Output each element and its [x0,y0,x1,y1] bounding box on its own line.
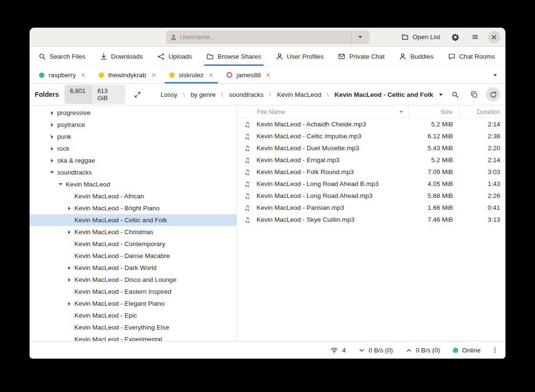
share-icon [157,53,165,60]
expander-icon[interactable] [65,298,73,309]
breadcrumb-item[interactable]: Lossy [161,91,177,98]
tab-overflow-button[interactable] [489,66,502,83]
breadcrumb-item[interactable]: soundtracks [229,91,264,98]
expander-icon[interactable] [65,262,73,274]
close-tab-icon[interactable] [81,73,85,77]
folder-name: Kevin MacLeod - African [74,193,144,200]
folder-name: Kevin MacLeod - Contemporary [74,240,165,248]
tab-buddies[interactable]: Buddies [397,47,436,66]
user-tab-james88[interactable]: james88 [220,66,277,83]
file-duration: 2:14 [459,156,505,164]
expander-icon[interactable] [65,226,73,238]
column-header-size[interactable]: Size [409,105,459,118]
tree-item-soundtracks[interactable]: soundtracks [30,166,237,178]
file-row[interactable]: ♫Kevin MacLeod - Long Road Ahead.mp35.68… [237,190,505,202]
file-size: 5.68 MiB [409,192,459,199]
folder-name: Kevin MacLeod - Disco and Lounge [74,276,176,283]
file-row[interactable]: ♫Kevin MacLeod - Skye Cuillin.mp37.46 Mi… [237,214,505,226]
tree-item-kevin-macleod-african[interactable]: Kevin MacLeod - African [30,190,237,202]
file-row[interactable]: ♫Kevin MacLeod - Folk Round.mp37.09 MiB3… [237,166,505,178]
expander-icon[interactable] [48,143,56,155]
file-row[interactable]: ♫Kevin MacLeod - Duet Musette.mp35.43 Mi… [237,142,505,154]
tree-item-kevin-macleod-disco-and-lounge[interactable]: Kevin MacLeod - Disco and Lounge [30,274,237,286]
save-list-button[interactable] [467,87,481,102]
refresh-button[interactable] [486,87,500,102]
tab-user-profiles[interactable]: User Profiles [274,47,326,66]
tree-item-kevin-macleod-eastern-inspired[interactable]: Kevin MacLeod - Eastern Inspired [30,286,237,298]
expander-icon[interactable] [65,202,73,214]
close-tab-icon[interactable] [266,73,270,77]
online-status[interactable]: Online [453,347,481,354]
tree-item-kevin-macleod-dark-world[interactable]: Kevin MacLeod - Dark World [30,262,237,274]
tree-item-kevin-macleod[interactable]: Kevin MacLeod [30,178,237,190]
username-dropdown-button[interactable] [351,31,370,44]
file-row[interactable]: ♫Kevin MacLeod - Errigal.mp35.2 MiB2:14 [237,154,505,166]
breadcrumb-item[interactable]: by genre [191,91,216,98]
sort-indicator-icon[interactable] [399,109,404,114]
tree-item-psytrance[interactable]: psytrance [30,119,237,131]
expand-button[interactable] [131,87,145,102]
folder-name: Kevin MacLeod - Dark World [74,264,156,271]
tab-private-chat[interactable]: Private Chat [336,47,387,66]
music-note-icon: ♫ [244,216,257,224]
expander-icon[interactable] [48,166,56,178]
column-header-file-name[interactable]: File Name [237,105,409,118]
tab-label: Private Chat [349,53,384,60]
expander-icon[interactable] [56,178,65,190]
tree-item-progressive[interactable]: progressive [30,107,237,119]
breadcrumb-item[interactable]: Kevin MacLeod [277,91,321,98]
tree-item-rock[interactable]: rock [30,143,237,155]
tree-item-kevin-macleod-contemporary[interactable]: Kevin MacLeod - Contemporary [30,238,237,250]
close-tab-icon[interactable] [152,73,156,77]
tab-search-files[interactable]: Search Files [36,47,88,66]
tree-item-kevin-macleod-christmas[interactable]: Kevin MacLeod - Christmas [30,226,237,238]
expander-icon[interactable] [48,119,56,131]
user-tab-raspberry[interactable]: raspberry [32,66,92,83]
window-close-button[interactable] [488,31,500,43]
file-row[interactable]: ♫Kevin MacLeod - Celtic Impulse.mp36.12 … [237,130,505,142]
file-size: 4.05 MiB [409,180,459,187]
breadcrumb-item[interactable]: Kevin MacLeod - Celtic and Folk [335,91,433,98]
download-stats[interactable]: 0 B/s (0) [359,347,393,354]
username-input[interactable] [180,33,347,41]
tab-downloads[interactable]: Downloads [98,47,145,66]
file-row[interactable]: ♫Kevin MacLeod - Long Road Ahead B.mp34.… [237,178,505,190]
close-tab-icon[interactable] [209,73,213,77]
tree-item-ska-reggae[interactable]: ska & reggae [30,155,237,166]
username-entry[interactable] [166,31,351,44]
tree-item-kevin-macleod-everything-else[interactable]: Kevin MacLeod - Everything Else [30,321,237,333]
main-menu-button[interactable] [468,31,482,44]
file-size: 1.66 MiB [409,204,459,211]
folder-name: ska & reggae [57,157,95,164]
connection-stats[interactable]: 4 [330,346,346,354]
tree-item-kevin-macleod-bright-piano[interactable]: Kevin MacLeod - Bright Piano [30,202,237,214]
tab-chat-rooms[interactable]: Chat Rooms [446,47,497,66]
file-row[interactable]: ♫Kevin MacLeod - Parisian.mp31.66 MiB0:4… [237,202,505,214]
search-icon [452,91,459,98]
user-tab-thewindykrab[interactable]: thewindykrab [92,66,163,83]
open-list-button[interactable]: Open List [399,32,442,42]
expander-icon[interactable] [48,131,56,143]
breadcrumb: Lossy\by genre\soundtracks\Kevin MacLeod… [161,91,442,98]
expander-icon[interactable] [48,107,56,119]
browse-toolbar: Folders 6,801 613 GiB Lossy\by genre\sou… [30,84,505,105]
search-shares-button[interactable] [448,87,462,102]
tree-item-kevin-macleod-danse-macabre[interactable]: Kevin MacLeod - Danse Macabre [30,250,237,262]
file-row[interactable]: ♫Kevin MacLeod - Achaidh Cheide.mp35.2 M… [237,118,505,130]
user-tab-label: james88 [237,72,261,79]
expander-icon[interactable] [65,274,73,286]
tree-item-kevin-macleod-celtic-and-folk[interactable]: Kevin MacLeod - Celtic and Folk [30,214,237,226]
header-bar: Open List [30,28,505,47]
upload-stats[interactable]: 0 B/s (0) [406,347,440,354]
tree-item-punk[interactable]: punk [30,131,237,143]
tree-item-kevin-macleod-epic[interactable]: Kevin MacLeod - Epic [30,309,237,321]
expander-icon[interactable] [48,155,56,166]
status-menu-button[interactable] [492,347,498,353]
tab-uploads[interactable]: Uploads [155,47,195,66]
user-tab-slskrulez[interactable]: slskrulez [163,66,220,83]
tree-item-kevin-macleod-elegant-piano[interactable]: Kevin MacLeod - Elegant Piano [30,298,237,309]
tab-browse-shares[interactable]: Browse Shares [204,47,264,66]
tree-item-kevin-macleod-experimental[interactable]: Kevin MacLeod - Experimental [30,333,237,341]
column-header-duration[interactable]: Duration [459,105,505,118]
preferences-button[interactable] [449,31,462,44]
